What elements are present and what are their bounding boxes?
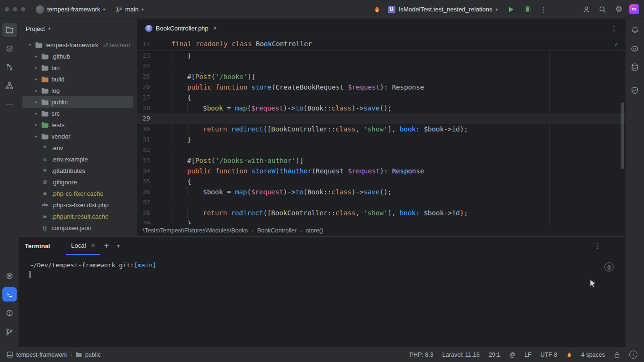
branch-widget[interactable]: main ▾ (112, 4, 148, 15)
tree-item-env-example[interactable]: ≡.env.example (22, 153, 133, 165)
flame-icon[interactable] (371, 3, 384, 16)
flame-icon[interactable] (566, 352, 572, 358)
tree-item-tests[interactable]: ▸tests (22, 119, 133, 131)
tree-item-php-cs-fixer-dist-php[interactable]: php.php-cs-fixer.dist.php (22, 199, 133, 211)
ai-assistant-icon[interactable] (628, 41, 642, 56)
encoding-widget[interactable]: UTF-8 (541, 352, 557, 358)
chevron-right-icon[interactable]: ▸ (32, 54, 40, 59)
tab-options-kebab-icon[interactable]: ⋮ (606, 25, 622, 32)
breadcrumb-item[interactable]: \Tests\Tempest\Fixtures\Modules\Books (143, 227, 248, 234)
line-number[interactable]: 25 (137, 71, 150, 82)
line-number[interactable]: 31 (137, 134, 150, 145)
line-number[interactable]: 37 (137, 197, 150, 208)
statusbar-folder[interactable]: public (85, 352, 101, 358)
line-number[interactable]: 33 (137, 155, 150, 166)
tree-item-public[interactable]: ▸public (22, 96, 133, 108)
code-line[interactable]: 36$book = map($request)->to(Book::class)… (137, 187, 625, 197)
code-line[interactable]: 38return redirect([BookController::class… (137, 208, 625, 218)
debug-button[interactable] (521, 3, 534, 16)
tree-item-phpunit-result-cache[interactable]: ≡.phpunit.result.cache (22, 211, 133, 222)
problems-tool-button[interactable] (2, 306, 17, 320)
new-terminal-session-button[interactable]: + (100, 241, 113, 250)
tree-item-bin[interactable]: ▸bin (22, 62, 133, 73)
code-editor[interactable]: 17final readonly class BookController23}… (137, 38, 625, 224)
editor-tab[interactable]: C BookController.php ✕ (140, 19, 222, 38)
code-line[interactable]: 33#[Post('/books-with-author')] (137, 155, 625, 166)
sticky-code-line[interactable]: 17final readonly class BookController (137, 38, 625, 50)
at-sign-icon[interactable]: @ (604, 262, 614, 272)
line-number[interactable]: 26 (137, 82, 150, 92)
run-button[interactable] (504, 3, 518, 16)
chevron-right-icon[interactable]: ▸ (32, 100, 40, 104)
lock-icon[interactable] (614, 352, 620, 358)
more-tool-windows-icon[interactable]: ⋯ (2, 97, 17, 111)
tree-item-src[interactable]: ▸src (22, 108, 133, 119)
chevron-right-icon[interactable]: ▸ (32, 88, 40, 93)
line-number[interactable]: 35 (137, 176, 150, 187)
breadcrumb-item[interactable]: store() (306, 227, 323, 234)
project-tool-button[interactable] (2, 23, 17, 37)
line-number[interactable]: 36 (137, 187, 150, 197)
line-number[interactable]: 23 (137, 50, 150, 61)
code-line[interactable]: 39} (137, 218, 625, 224)
caret-position-widget[interactable]: 29:1 (489, 352, 500, 358)
terminal-output[interactable]: ~/Dev/tempest-framework git:[main] @ (19, 255, 625, 347)
code-line[interactable]: 25#[Post('/books')] (137, 71, 625, 82)
line-number[interactable]: 38 (137, 208, 150, 218)
tree-item-gitignore[interactable]: ⊘.gitignore (22, 176, 133, 188)
window-zoom-button[interactable] (21, 7, 25, 11)
code-line[interactable]: 31} (137, 134, 625, 145)
php-version-widget[interactable]: PHP: 8.3 (410, 352, 433, 358)
code-line[interactable]: 27{ (137, 92, 625, 103)
chevron-right-icon[interactable]: ▸ (32, 77, 40, 81)
pull-requests-tool-button[interactable] (2, 60, 17, 74)
breadcrumb-item[interactable]: BookController (257, 227, 297, 234)
code-line[interactable]: 24 (137, 61, 625, 71)
code-line[interactable]: 37 (137, 197, 625, 208)
tree-item-php-cs-fixer-cache[interactable]: ≡.php-cs-fixer.cache (22, 188, 133, 199)
settings-gear-icon[interactable]: ⚙ (612, 3, 625, 16)
at-sign-icon[interactable]: @ (509, 352, 515, 358)
line-number[interactable]: 30 (137, 124, 150, 134)
code-line[interactable]: 32 (137, 145, 625, 155)
notifications-bell-icon[interactable] (628, 23, 642, 37)
statusbar-project[interactable]: tempest-framework (16, 352, 67, 358)
info-icon[interactable]: i (629, 351, 637, 359)
line-number[interactable]: 24 (137, 61, 150, 71)
line-number[interactable]: 27 (137, 92, 150, 103)
hide-panel-icon[interactable]: — (605, 242, 619, 249)
code-line[interactable]: 29 (137, 113, 625, 124)
chevron-down-icon[interactable]: ▾ (26, 42, 34, 47)
line-number[interactable]: 39 (137, 218, 150, 224)
tree-item-gitattributes[interactable]: ≡.gitattributes (22, 165, 133, 176)
version-control-tool-button[interactable] (2, 324, 17, 339)
tree-item-log[interactable]: ▸log (22, 85, 133, 96)
tree-item-env[interactable]: ≡.env (22, 142, 133, 153)
line-number[interactable]: 32 (137, 145, 150, 155)
qodana-shield-icon[interactable] (628, 83, 642, 98)
terminal-options-kebab-icon[interactable]: ⋮ (590, 242, 605, 250)
chevron-right-icon[interactable]: ▸ (32, 111, 40, 116)
chevron-right-icon[interactable]: ▸ (32, 122, 40, 127)
project-widget[interactable]: tempest-framework ▾ (32, 3, 109, 16)
structure-tool-button[interactable] (2, 79, 17, 93)
chevron-right-icon[interactable]: ▸ (32, 134, 40, 139)
inspections-ok-icon[interactable]: ✓ (614, 40, 618, 48)
tree-item-build[interactable]: ▸build (22, 73, 133, 85)
code-line[interactable]: 26public function store(CreateBookReques… (137, 82, 625, 92)
line-number[interactable]: 29 (137, 113, 150, 124)
line-number[interactable]: 17 (137, 38, 150, 50)
tree-item-tempest-framework[interactable]: ▾tempest-framework~/Dev/tem (22, 39, 133, 50)
terminal-tab-local[interactable]: Local ✕ (66, 237, 100, 255)
database-tool-button[interactable] (628, 60, 642, 74)
commit-tool-button[interactable] (2, 41, 17, 56)
close-icon[interactable]: ✕ (91, 243, 95, 248)
terminal-input-line[interactable] (30, 270, 625, 279)
line-number[interactable]: 28 (137, 103, 150, 113)
close-icon[interactable]: ✕ (213, 25, 217, 31)
terminal-shell-dropdown-icon[interactable]: ▾ (113, 243, 124, 249)
chevron-right-icon[interactable]: ▸ (32, 65, 40, 70)
kebab-menu-icon[interactable]: ⋮ (537, 3, 550, 16)
window-minimize-button[interactable] (13, 7, 17, 11)
user-account-icon[interactable] (580, 3, 593, 16)
